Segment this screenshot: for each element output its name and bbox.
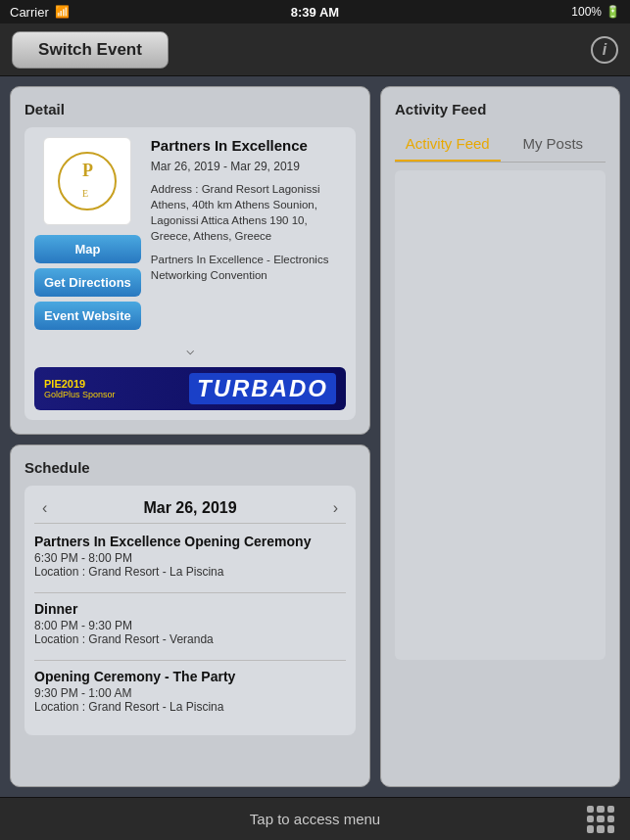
event-1-title: Partners In Excellence Opening Ceremony — [34, 534, 346, 549]
detail-section-title: Detail — [24, 101, 356, 117]
detail-card: Detail PE Map Get Directions Event Websi… — [10, 86, 370, 435]
event-name: Partners In Excellence — [151, 137, 346, 154]
grid-dot-6 — [607, 816, 614, 822]
pie-logo-text: PE — [82, 161, 93, 202]
map-button[interactable]: Map — [34, 235, 141, 263]
event-3-title: Opening Ceremony - The Party — [34, 669, 346, 684]
event-description: Partners In Excellence - Electronics Net… — [151, 252, 346, 283]
tab-my-posts[interactable]: My Posts — [501, 127, 606, 162]
grid-dot-1 — [587, 806, 594, 813]
sponsor-banner: PIE2019 GoldPlus Sponsor TURBADO — [34, 367, 346, 410]
prev-date-button[interactable]: ‹ — [34, 499, 55, 517]
schedule-nav: ‹ Mar 26, 2019 › — [34, 493, 346, 524]
event-2-time: 8:00 PM - 9:30 PM — [34, 619, 346, 632]
event-1-time: 6:30 PM - 8:00 PM — [34, 551, 346, 565]
status-bar: Carrier 📶 8:39 AM 100% 🔋 — [0, 0, 630, 23]
tap-menu-label[interactable]: Tap to access menu — [43, 811, 587, 827]
grid-dot-8 — [597, 825, 604, 832]
sponsor-event-code: PIE2019 — [44, 378, 116, 390]
info-button[interactable]: i — [591, 36, 618, 64]
event-2-location: Location : Grand Resort - Veranda — [34, 632, 346, 646]
tab-activity-feed[interactable]: Activity Feed — [395, 127, 501, 162]
grid-menu-button[interactable] — [587, 806, 614, 833]
schedule-inner: ‹ Mar 26, 2019 › Partners In Excellence … — [24, 486, 356, 735]
grid-dot-4 — [587, 816, 594, 822]
schedule-section-title: Schedule — [24, 459, 356, 476]
grid-dot-3 — [607, 806, 614, 813]
detail-buttons: Map Get Directions Event Website — [34, 235, 141, 330]
main-content: Detail PE Map Get Directions Event Websi… — [0, 76, 630, 797]
sponsor-left: PIE2019 GoldPlus Sponsor — [44, 378, 116, 399]
schedule-current-date: Mar 26, 2019 — [143, 499, 236, 517]
grid-dot-5 — [597, 816, 604, 822]
left-panel: Detail PE Map Get Directions Event Websi… — [10, 86, 370, 787]
grid-dot-2 — [597, 806, 604, 813]
right-panel: Activity Feed Activity Feed My Posts — [380, 86, 620, 787]
activity-section-title: Activity Feed — [395, 101, 606, 117]
event-2-title: Dinner — [34, 601, 346, 617]
detail-inner: PE Map Get Directions Event Website Part… — [24, 127, 356, 420]
pie-logo-circle: PE — [58, 152, 117, 210]
schedule-event-3: Opening Ceremony - The Party 9:30 PM - 1… — [34, 669, 346, 714]
status-left: Carrier 📶 — [10, 5, 70, 20]
battery-text: 100% — [571, 5, 602, 19]
schedule-card: Schedule ‹ Mar 26, 2019 › Partners In Ex… — [10, 444, 370, 787]
event-3-location: Location : Grand Resort - La Piscina — [34, 700, 346, 714]
event-address: Address : Grand Resort Lagonissi Athens,… — [151, 181, 346, 244]
event-1-location: Location : Grand Resort - La Piscina — [34, 565, 346, 579]
switch-event-button[interactable]: Switch Event — [12, 31, 169, 69]
event-dates: Mar 26, 2019 - Mar 29, 2019 — [151, 160, 346, 173]
carrier-text: Carrier — [10, 5, 49, 20]
status-time: 8:39 AM — [291, 5, 339, 20]
next-date-button[interactable]: › — [325, 499, 346, 517]
divider-1 — [34, 592, 346, 593]
event-website-button[interactable]: Event Website — [34, 302, 141, 330]
divider-2 — [34, 660, 346, 661]
grid-dot-9 — [607, 825, 614, 832]
activity-card: Activity Feed Activity Feed My Posts — [380, 86, 620, 787]
sponsor-level: GoldPlus Sponsor — [44, 390, 116, 399]
tab-bar: Activity Feed My Posts — [395, 127, 606, 163]
status-right: 100% 🔋 — [571, 5, 620, 19]
event-3-time: 9:30 PM - 1:00 AM — [34, 686, 346, 700]
wifi-icon: 📶 — [55, 5, 70, 19]
bottom-bar: Tap to access menu — [0, 797, 630, 840]
sponsor-name: TURBADO — [189, 373, 336, 404]
schedule-event-2: Dinner 8:00 PM - 9:30 PM Location : Gran… — [34, 601, 346, 646]
event-logo: PE — [43, 137, 131, 225]
top-bar: Switch Event i — [0, 23, 630, 76]
get-directions-button[interactable]: Get Directions — [34, 268, 141, 297]
detail-top-row: PE Map Get Directions Event Website Part… — [34, 137, 346, 330]
grid-dot-7 — [587, 825, 594, 832]
activity-feed-content — [395, 170, 606, 660]
battery-icon: 🔋 — [606, 5, 620, 19]
chevron-down-icon[interactable]: ⌵ — [34, 342, 346, 357]
detail-info: Partners In Excellence Mar 26, 2019 - Ma… — [151, 137, 346, 330]
schedule-event-1: Partners In Excellence Opening Ceremony … — [34, 534, 346, 579]
